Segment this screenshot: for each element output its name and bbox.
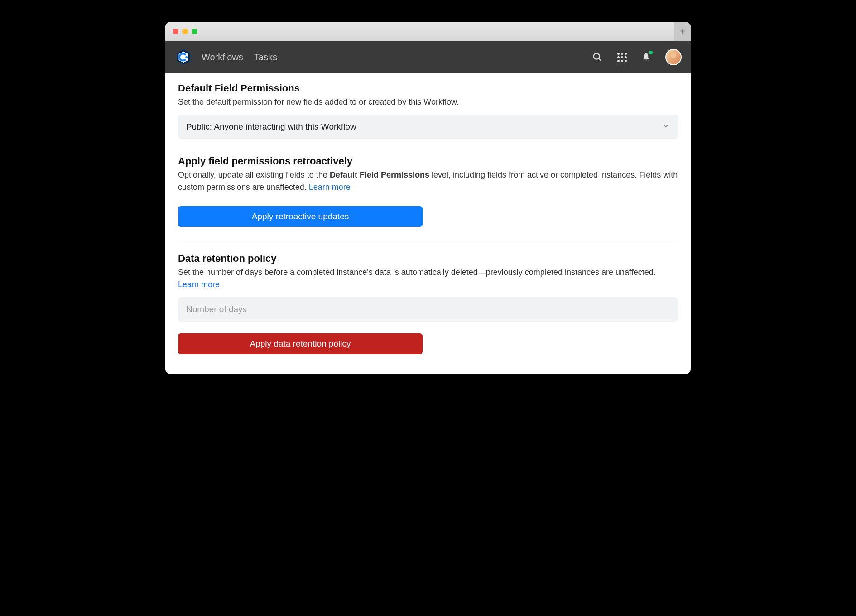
traffic-lights (173, 29, 197, 34)
permissions-dropdown-value: Public: Anyone interacting with this Wor… (186, 122, 356, 132)
main-content: Default Field Permissions Set the defaul… (165, 73, 691, 374)
window-close-button[interactable] (173, 29, 178, 34)
window-maximize-button[interactable] (192, 29, 197, 34)
svg-point-2 (185, 56, 188, 58)
section-divider (178, 240, 678, 240)
apps-grid-icon[interactable] (616, 52, 627, 63)
apply-retention-button[interactable]: Apply data retention policy (178, 333, 423, 354)
data-retention-desc-text: Set the number of days before a complete… (178, 268, 656, 277)
notifications-icon[interactable] (641, 52, 652, 63)
default-permissions-section: Default Field Permissions Set the defaul… (178, 82, 678, 139)
chevron-down-icon (662, 122, 670, 132)
retention-days-input[interactable] (178, 297, 678, 322)
nav-tasks[interactable]: Tasks (254, 52, 277, 63)
apply-retro-section: Apply field permissions retroactively Op… (178, 155, 678, 227)
avatar[interactable] (665, 49, 682, 65)
data-retention-section: Data retention policy Set the number of … (178, 253, 678, 354)
apply-retro-desc-prefix: Optionally, update all existing fields t… (178, 170, 330, 179)
new-tab-button[interactable]: + (674, 22, 691, 41)
data-retention-desc: Set the number of days before a complete… (178, 266, 678, 291)
app-header: Workflows Tasks (165, 41, 691, 73)
app-window: + Workflows Tasks (165, 22, 691, 374)
window-minimize-button[interactable] (182, 29, 188, 34)
permissions-dropdown[interactable]: Public: Anyone interacting with this Wor… (178, 115, 678, 139)
apply-retro-learn-more-link[interactable]: Learn more (309, 183, 351, 192)
nav-links: Workflows Tasks (202, 52, 277, 63)
header-icons (592, 49, 682, 65)
app-logo-icon[interactable] (174, 48, 192, 66)
window-titlebar: + (165, 22, 691, 41)
svg-line-4 (599, 58, 601, 61)
default-permissions-desc: Set the default permission for new field… (178, 96, 678, 108)
data-retention-learn-more-link[interactable]: Learn more (178, 280, 220, 289)
search-icon[interactable] (592, 52, 603, 63)
apply-retro-title: Apply field permissions retroactively (178, 155, 678, 167)
default-permissions-title: Default Field Permissions (178, 82, 678, 94)
nav-workflows[interactable]: Workflows (202, 52, 243, 63)
apply-retroactive-button[interactable]: Apply retroactive updates (178, 206, 423, 227)
apply-retro-desc: Optionally, update all existing fields t… (178, 169, 678, 193)
apply-retro-desc-bold: Default Field Permissions (330, 170, 429, 179)
svg-point-3 (594, 53, 600, 59)
data-retention-title: Data retention policy (178, 253, 678, 265)
notification-badge (649, 51, 653, 54)
